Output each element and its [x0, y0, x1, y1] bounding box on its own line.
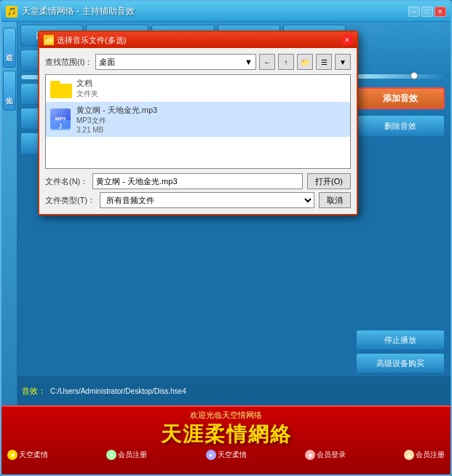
new-folder-button[interactable]: 📁: [297, 54, 313, 70]
window-title: 天堂柔情网络 - 主持辅助音效: [22, 5, 408, 17]
file-open-dialog: 📁 选择音乐文件(多选) ✕ 查找范围(I)： 桌面 ▼ ← ↑ 📁 ☰ ▼: [38, 31, 358, 215]
banner-icon-1: ★: [7, 450, 17, 460]
main-window: 🎵 天堂柔情网络 - 主持辅助音效 ─ □ ✕ 欢迎 光临 剧烈哭声 顿打男人 …: [0, 0, 452, 476]
sfx-label: 音效：: [22, 386, 46, 397]
banner-link-4[interactable]: ◆ 会员登录: [305, 450, 346, 460]
bottom-banner: 欢迎光临天空情网络 天涯柔情網絡 ★ 天空柔情 ♦ 会员注册 ● 天空柔情 ◆ …: [1, 405, 451, 475]
filetype-row: 文件类型(T)： 所有音频文件 取消: [45, 192, 351, 208]
look-in-label: 查找范围(I)：: [45, 57, 92, 68]
view-button[interactable]: ☰: [316, 54, 332, 70]
delete-sfx-button[interactable]: 删除音效: [356, 115, 445, 137]
banner-icon-3: ●: [206, 450, 216, 460]
right-actions: 添加音效 删除音效 停止播放 高级设备购买: [353, 22, 448, 376]
left-sidebar: 欢迎 光临: [1, 22, 17, 405]
close-button[interactable]: ✕: [435, 7, 446, 17]
banner-link-3[interactable]: ● 天空柔情: [206, 450, 247, 460]
filename-input[interactable]: [92, 173, 303, 189]
filename-row: 文件名(N)： 打开(O): [45, 173, 351, 189]
dialog-title-bar: 📁 选择音乐文件(多选) ✕: [39, 32, 357, 48]
filetype-select[interactable]: 所有音频文件: [100, 192, 314, 208]
filename-label: 文件名(N)：: [45, 176, 88, 187]
dialog-title-icon: 📁: [44, 35, 54, 45]
folder-icon: [50, 79, 72, 98]
banner-icon-5: ▲: [404, 450, 414, 460]
right-volume-slider[interactable]: [356, 74, 445, 79]
back-button[interactable]: ←: [259, 54, 275, 70]
banner-icon-4: ◆: [305, 450, 315, 460]
dialog-body: 查找范围(I)： 桌面 ▼ ← ↑ 📁 ☰ ▼: [39, 48, 357, 214]
title-bar: 🎵 天堂柔情网络 - 主持辅助音效 ─ □ ✕: [1, 1, 451, 22]
left-btn-1[interactable]: 欢迎: [3, 28, 16, 68]
look-in-dropdown[interactable]: 桌面 ▼: [95, 54, 256, 70]
banner-title: 天涯柔情網絡: [1, 421, 451, 448]
sfx-url: C:/Users/Administrator/Desktop/Diss.hse4: [50, 387, 446, 395]
folder-item[interactable]: 文档 文件夹: [46, 75, 350, 102]
open-button[interactable]: 打开(O): [307, 173, 351, 189]
dialog-title-text: 选择音乐文件(多选): [57, 35, 342, 46]
stop-play-button[interactable]: 停止播放: [356, 330, 445, 350]
view-details-button[interactable]: ▼: [335, 54, 351, 70]
banner-icon-2: ♦: [106, 450, 116, 460]
app-icon: 🎵: [6, 6, 17, 17]
cancel-button[interactable]: 取消: [319, 192, 351, 208]
minimize-button[interactable]: ─: [408, 7, 420, 17]
file-list[interactable]: 文档 文件夹 MP3 ♪ 黄立纲 - 天地金光.m: [45, 74, 351, 169]
bottom-row: 音效： C:/Users/Administrator/Desktop/Diss.…: [17, 376, 451, 405]
up-folder-button[interactable]: ↑: [278, 54, 294, 70]
left-btn-2[interactable]: 光临: [3, 71, 16, 111]
mp3-icon: MP3 ♪: [50, 108, 72, 130]
banner-link-1[interactable]: ★ 天空柔情: [7, 450, 48, 460]
window-controls: ─ □ ✕: [408, 7, 446, 17]
right-slider-container: [356, 74, 445, 79]
banner-link-2[interactable]: ♦ 会员注册: [106, 450, 147, 460]
add-sfx-button[interactable]: 添加音效: [356, 87, 445, 109]
dialog-toolbar: 查找范围(I)： 桌面 ▼ ← ↑ 📁 ☰ ▼: [45, 54, 351, 70]
banner-links: ★ 天空柔情 ♦ 会员注册 ● 天空柔情 ◆ 会员登录 ▲ 会员注册: [1, 448, 451, 461]
filetype-label: 文件类型(T)：: [45, 195, 95, 206]
maximize-button[interactable]: □: [421, 7, 433, 17]
buy-device-button[interactable]: 高级设备购买: [356, 353, 445, 373]
slider-thumb: [411, 72, 418, 79]
banner-link-5[interactable]: ▲ 会员注册: [404, 450, 445, 460]
dialog-close-button[interactable]: ✕: [342, 35, 352, 45]
banner-top-text: 欢迎光临天空情网络: [1, 407, 451, 421]
mp3-item[interactable]: MP3 ♪ 黄立纲 - 天地金光.mp3 MP3文件 3.21 MB: [46, 102, 350, 137]
